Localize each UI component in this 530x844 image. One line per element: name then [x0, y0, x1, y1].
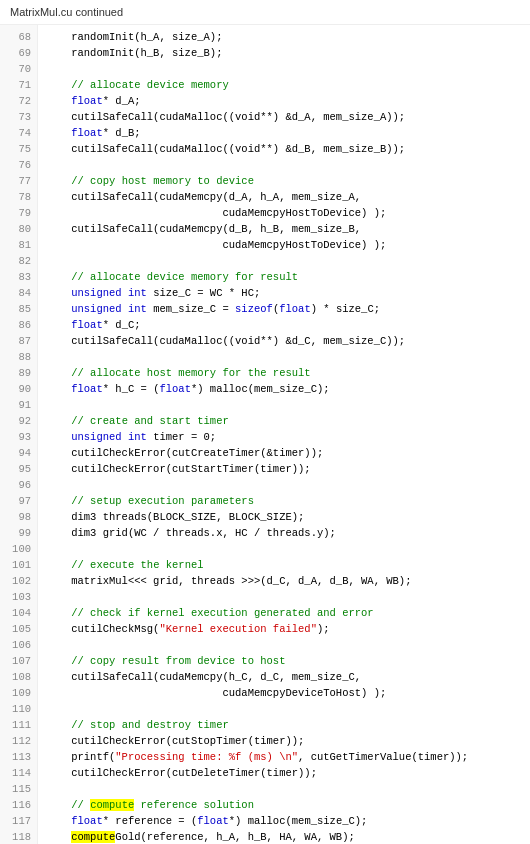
line-number: 100: [6, 541, 31, 557]
line-number: 80: [6, 221, 31, 237]
line-number: 94: [6, 445, 31, 461]
code-line: // execute the kernel: [46, 557, 522, 573]
line-number: 88: [6, 349, 31, 365]
code-line: unsigned int size_C = WC * HC;: [46, 285, 522, 301]
line-number: 90: [6, 381, 31, 397]
code-line: cutilSafeCall(cudaMalloc((void**) &d_B, …: [46, 141, 522, 157]
code-line: unsigned int timer = 0;: [46, 429, 522, 445]
code-line: [46, 589, 522, 605]
line-number: 95: [6, 461, 31, 477]
line-number: 75: [6, 141, 31, 157]
code-line: [46, 637, 522, 653]
code-line: // stop and destroy timer: [46, 717, 522, 733]
header: MatrixMul.cu continued: [0, 0, 530, 25]
line-number: 86: [6, 317, 31, 333]
line-number: 116: [6, 797, 31, 813]
line-number: 101: [6, 557, 31, 573]
code-line: [46, 349, 522, 365]
code-line: computeGold(reference, h_A, h_B, HA, WA,…: [46, 829, 522, 844]
file-title: MatrixMul.cu continued: [0, 0, 530, 25]
code-line: cutilCheckError(cutStartTimer(timer));: [46, 461, 522, 477]
code-line: cutilSafeCall(cudaMalloc((void**) &d_C, …: [46, 333, 522, 349]
line-number: 68: [6, 29, 31, 45]
code-line: randomInit(h_B, size_B);: [46, 45, 522, 61]
code-line: float* d_A;: [46, 93, 522, 109]
line-number: 71: [6, 77, 31, 93]
code-line: // check if kernel execution generated a…: [46, 605, 522, 621]
code-line: cutilSafeCall(cudaMemcpy(h_C, d_C, mem_s…: [46, 669, 522, 685]
code-line: // copy result from device to host: [46, 653, 522, 669]
line-number: 87: [6, 333, 31, 349]
line-number: 104: [6, 605, 31, 621]
line-number: 103: [6, 589, 31, 605]
code-line: cutilSafeCall(cudaMemcpy(d_B, h_B, mem_s…: [46, 221, 522, 237]
line-number: 107: [6, 653, 31, 669]
line-number: 82: [6, 253, 31, 269]
code-line: [46, 477, 522, 493]
code-line: // setup execution parameters: [46, 493, 522, 509]
line-number: 108: [6, 669, 31, 685]
code-content: randomInit(h_A, size_A); randomInit(h_B,…: [38, 25, 530, 844]
line-number: 89: [6, 365, 31, 381]
code-line: cutilSafeCall(cudaMemcpy(d_A, h_A, mem_s…: [46, 189, 522, 205]
line-number: 110: [6, 701, 31, 717]
code-line: float* d_C;: [46, 317, 522, 333]
code-line: // allocate device memory for result: [46, 269, 522, 285]
line-number: 69: [6, 45, 31, 61]
line-number: 85: [6, 301, 31, 317]
code-line: unsigned int mem_size_C = sizeof(float) …: [46, 301, 522, 317]
code-block: 6869707172737475767778798081828384858687…: [0, 25, 530, 844]
code-line: float* d_B;: [46, 125, 522, 141]
code-line: printf("Processing time: %f (ms) \n", cu…: [46, 749, 522, 765]
line-number: 114: [6, 765, 31, 781]
code-line: float* reference = (float*) malloc(mem_s…: [46, 813, 522, 829]
code-line: [46, 61, 522, 77]
line-number: 112: [6, 733, 31, 749]
line-number: 76: [6, 157, 31, 173]
line-number: 92: [6, 413, 31, 429]
code-line: cudaMemcpyHostToDevice) );: [46, 237, 522, 253]
code-line: [46, 541, 522, 557]
line-numbers: 6869707172737475767778798081828384858687…: [0, 25, 38, 844]
line-number: 105: [6, 621, 31, 637]
code-line: cudaMemcpyHostToDevice) );: [46, 205, 522, 221]
code-line: cutilCheckMsg("Kernel execution failed")…: [46, 621, 522, 637]
code-line: dim3 grid(WC / threads.x, HC / threads.y…: [46, 525, 522, 541]
line-number: 77: [6, 173, 31, 189]
line-number: 70: [6, 61, 31, 77]
line-number: 117: [6, 813, 31, 829]
line-number: 115: [6, 781, 31, 797]
code-line: float* h_C = (float*) malloc(mem_size_C)…: [46, 381, 522, 397]
code-line: randomInit(h_A, size_A);: [46, 29, 522, 45]
line-number: 96: [6, 477, 31, 493]
code-line: cutilCheckError(cutDeleteTimer(timer));: [46, 765, 522, 781]
code-line: // allocate device memory: [46, 77, 522, 93]
line-number: 106: [6, 637, 31, 653]
line-number: 83: [6, 269, 31, 285]
code-line: cudaMemcpyDeviceToHost) );: [46, 685, 522, 701]
code-line: cutilSafeCall(cudaMalloc((void**) &d_A, …: [46, 109, 522, 125]
code-line: cutilCheckError(cutStopTimer(timer));: [46, 733, 522, 749]
line-number: 79: [6, 205, 31, 221]
line-number: 97: [6, 493, 31, 509]
code-line: [46, 397, 522, 413]
code-line: // compute reference solution: [46, 797, 522, 813]
line-number: 72: [6, 93, 31, 109]
code-line: // allocate host memory for the result: [46, 365, 522, 381]
code-line: [46, 701, 522, 717]
line-number: 81: [6, 237, 31, 253]
line-number: 84: [6, 285, 31, 301]
line-number: 109: [6, 685, 31, 701]
code-line: [46, 157, 522, 173]
line-number: 118: [6, 829, 31, 844]
code-line: // create and start timer: [46, 413, 522, 429]
line-number: 98: [6, 509, 31, 525]
line-number: 99: [6, 525, 31, 541]
code-line: [46, 781, 522, 797]
line-number: 78: [6, 189, 31, 205]
line-number: 111: [6, 717, 31, 733]
code-line: [46, 253, 522, 269]
code-line: cutilCheckError(cutCreateTimer(&timer));: [46, 445, 522, 461]
line-number: 113: [6, 749, 31, 765]
line-number: 102: [6, 573, 31, 589]
